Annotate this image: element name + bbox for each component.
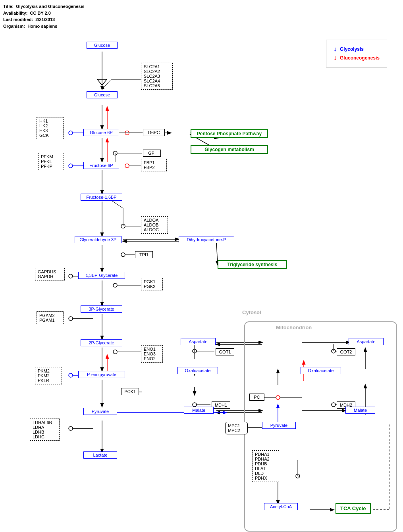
malate-mid-node[interactable]: Malate bbox=[184, 407, 214, 414]
glucose-top-label: Glucose bbox=[94, 43, 110, 48]
pgk1: PGK1 bbox=[144, 279, 160, 284]
got1-label: GOT1 bbox=[219, 350, 231, 354]
aldob: ALDOB bbox=[144, 223, 165, 227]
glycogen-node[interactable]: Glycogen metabolism bbox=[191, 145, 268, 154]
dhap-node[interactable]: Dihydroxyacetone-P bbox=[179, 236, 234, 243]
gpi-node[interactable]: GPI bbox=[143, 150, 161, 157]
fructose6p-label: Fructose 6P bbox=[89, 163, 113, 168]
pgam-box[interactable]: PGAM2 PGAM1 bbox=[37, 311, 64, 324]
bp13glycerate-node[interactable]: 1,3BP-Glycerate bbox=[78, 272, 125, 279]
aspartate-mid-node[interactable]: Aspartate bbox=[181, 338, 216, 345]
pentose-label: Pentose Phosphate Pathway bbox=[197, 131, 262, 136]
pgam2: PGAM2 bbox=[39, 313, 61, 318]
acetylcoa-node[interactable]: Acetyl-CoA bbox=[264, 503, 298, 510]
pentose-node[interactable]: Pentose Phosphate Pathway bbox=[191, 129, 268, 138]
legend: ↓ Glycolysis ↓ Gluconeogenesis bbox=[326, 40, 387, 67]
mdh1-label: MDH1 bbox=[215, 403, 227, 407]
glucose-top-node[interactable]: Glucose bbox=[87, 42, 118, 49]
eno2: ENO2 bbox=[144, 356, 160, 361]
svg-point-18 bbox=[69, 164, 73, 168]
svg-point-30 bbox=[113, 151, 117, 155]
eno-box[interactable]: ENO1 ENO3 ENO2 bbox=[141, 345, 163, 363]
pklr: PKLR bbox=[38, 378, 59, 383]
pc-label: PC bbox=[254, 395, 260, 399]
ldha: LDHA bbox=[33, 425, 57, 430]
glucose-mid-label: Glucose bbox=[94, 92, 110, 97]
penolpyruvate-label: P-enolpyruvate bbox=[87, 372, 116, 377]
pdha2: PDHA2 bbox=[255, 457, 276, 461]
pyruvate-left-label: Pyruvate bbox=[92, 409, 109, 414]
g6pc-node[interactable]: G6PC bbox=[143, 129, 165, 136]
bp13glycerate-label: 1,3BP-Glycerate bbox=[86, 273, 118, 278]
fbp2: FBP2 bbox=[144, 165, 164, 170]
oxaloacetate-mid-label: Oxaloacetate bbox=[185, 368, 211, 373]
pkm2b: PKM2 bbox=[38, 373, 59, 378]
glyceraldehyde3p-node[interactable]: Glyceraldehyde 3P bbox=[75, 236, 121, 243]
gapdh: GAPDH bbox=[38, 274, 62, 279]
tca-node[interactable]: TCA Cycle bbox=[336, 503, 371, 514]
slc-item-3: SLC2A3 bbox=[144, 74, 170, 79]
malate-right-node[interactable]: Malate bbox=[345, 407, 375, 414]
pdhx: PDHX bbox=[255, 476, 276, 480]
svg-point-65 bbox=[193, 403, 197, 407]
tpi1-node[interactable]: TPI1 bbox=[135, 251, 153, 258]
slc-item-2: SLC2A2 bbox=[144, 69, 170, 74]
ldhal6b: LDHAL6B bbox=[33, 420, 57, 425]
lactate-node[interactable]: Lactate bbox=[83, 451, 117, 459]
svg-point-24 bbox=[69, 274, 73, 278]
svg-point-37 bbox=[113, 283, 117, 287]
svg-marker-88 bbox=[97, 79, 107, 85]
glucose6p-node[interactable]: Glucose-6P bbox=[83, 129, 119, 136]
aldoa: ALDOA bbox=[144, 218, 165, 223]
svg-point-20 bbox=[69, 373, 73, 377]
svg-point-22 bbox=[69, 426, 73, 430]
pfk-box[interactable]: PFKM PFKL PFKP bbox=[38, 153, 64, 170]
slc-item-1: SLC2A1 bbox=[144, 64, 170, 69]
mpc-box[interactable]: MPC1 MPC2 bbox=[225, 422, 248, 434]
pc-node[interactable]: PC bbox=[249, 394, 264, 401]
mdh1-node[interactable]: MDH1 bbox=[212, 401, 230, 409]
hk-box[interactable]: HK1 HK2 HK3 GCK bbox=[37, 117, 64, 139]
eno1: ENO1 bbox=[144, 347, 160, 351]
ldh-box[interactable]: LDHAL6B LDHA LDHB LDHC bbox=[30, 419, 60, 441]
aspartate-right-node[interactable]: Aspartate bbox=[349, 338, 384, 345]
triglyceride-node[interactable]: Triglyceride synthesis bbox=[218, 260, 287, 269]
malate-right-label: Malate bbox=[354, 408, 367, 413]
availability-label: Availability: bbox=[3, 11, 27, 15]
gpi-label: GPI bbox=[148, 151, 156, 156]
pyruvate-left-node[interactable]: Pyruvate bbox=[83, 408, 117, 415]
pgk-box[interactable]: PGK1 PGK2 bbox=[141, 278, 163, 290]
gluconeogenesis-arrow-icon: ↓ bbox=[334, 54, 337, 61]
penolpyruvate-node[interactable]: P-enolpyruvate bbox=[78, 371, 125, 378]
p3glycerate-node[interactable]: 3P-Glycerate bbox=[81, 305, 122, 313]
title-value: Glycolysis and Gluconeogenesis bbox=[16, 4, 84, 9]
slc-box[interactable]: SLC2A1 SLC2A2 SLC2A3 SLC2A4 SLC2A5 bbox=[141, 63, 173, 90]
pyruvate-mid-label: Pyruvate bbox=[270, 423, 287, 428]
oxaloacetate-right-node[interactable]: Oxaloacetate bbox=[301, 367, 341, 374]
oxaloacetate-mid-node[interactable]: Oxaloacetate bbox=[177, 367, 218, 374]
gapdh-box[interactable]: GAPDHS GAPDH bbox=[35, 268, 65, 280]
pyruvate-mid-node[interactable]: Pyruvate bbox=[262, 422, 296, 429]
fructose6p-node[interactable]: Fructose 6P bbox=[83, 162, 119, 169]
pgam1: PGAM1 bbox=[39, 318, 61, 323]
pkm-box[interactable]: PKM2 PKM2 PKLR bbox=[35, 367, 62, 384]
fructose16bp-node[interactable]: Fructose-1,6BP bbox=[81, 194, 122, 201]
glycolysis-label: Glycolysis bbox=[340, 46, 364, 52]
page-header: Title: Glycolysis and Gluconeogenesis Av… bbox=[3, 3, 85, 29]
got2-node[interactable]: GOT2 bbox=[337, 348, 355, 355]
pck1-node[interactable]: PCK1 bbox=[121, 388, 139, 395]
glycogen-label: Glycogen metabolism bbox=[204, 147, 254, 152]
gck: GCK bbox=[39, 133, 61, 138]
cytosol-label: Cytosol bbox=[242, 309, 261, 315]
pdh-box[interactable]: PDHA1 PDHA2 PDHB DLAT DLD PDHX bbox=[252, 450, 279, 482]
p2glycerate-node[interactable]: 2P-Glycerate bbox=[81, 339, 122, 346]
aldo-box[interactable]: ALDOA ALDOB ALDOC bbox=[141, 216, 168, 234]
hk2: HK2 bbox=[39, 123, 61, 128]
pfkp: PFKP bbox=[41, 164, 61, 169]
glucose-mid-node[interactable]: Glucose bbox=[87, 91, 118, 98]
availability-value: CC BY 2.0 bbox=[30, 11, 50, 15]
fbp-box[interactable]: FBP1 FBP2 bbox=[141, 159, 167, 171]
got1-node[interactable]: GOT1 bbox=[216, 348, 234, 355]
pdhb: PDHB bbox=[255, 461, 276, 466]
pfkl: PFKL bbox=[41, 159, 61, 164]
